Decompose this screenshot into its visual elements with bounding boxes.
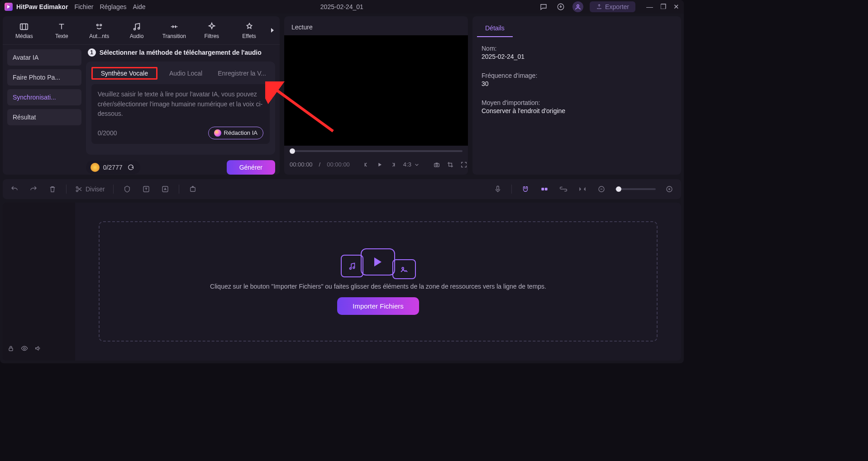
tooltab-more-icon[interactable] bbox=[268, 27, 277, 33]
dropzone-illustration bbox=[338, 248, 419, 276]
svg-rect-21 bbox=[9, 348, 13, 351]
step-heading: 1 Sélectionner la méthode de téléchargem… bbox=[86, 45, 275, 62]
tooltab-effects[interactable]: Effets bbox=[230, 22, 268, 39]
generate-button[interactable]: Générer bbox=[227, 160, 275, 175]
track-mute-icon[interactable] bbox=[34, 345, 42, 353]
export-clip-icon[interactable] bbox=[187, 184, 198, 195]
svg-point-10 bbox=[436, 164, 438, 166]
time-current: 00:00:00 bbox=[290, 161, 313, 168]
menu-settings[interactable]: Réglages bbox=[100, 3, 126, 10]
tooltab-audio[interactable]: Audio bbox=[118, 22, 156, 39]
window-maximize-icon[interactable]: ❐ bbox=[660, 3, 666, 11]
magnet-icon[interactable] bbox=[520, 184, 531, 195]
step-number: 1 bbox=[88, 48, 96, 57]
marker-icon[interactable] bbox=[122, 184, 133, 195]
subtab-enregistrer-voix[interactable]: Enregistrer la V... bbox=[214, 67, 270, 80]
autocut-icon[interactable] bbox=[539, 184, 550, 195]
preview-title: Lecture bbox=[284, 16, 468, 35]
account-icon[interactable] bbox=[572, 1, 583, 12]
svg-rect-18 bbox=[545, 188, 548, 190]
download-icon[interactable] bbox=[555, 1, 566, 12]
refresh-credits-button[interactable] bbox=[126, 162, 136, 172]
zoom-out-icon[interactable] bbox=[596, 184, 607, 195]
credit-counter: 0/2777 bbox=[86, 161, 141, 174]
text-tool-icon[interactable] bbox=[141, 184, 152, 195]
tool-tabs: Médias Texte Aut...nts Audio Transition … bbox=[3, 16, 280, 45]
subtab-audio-local[interactable]: Audio Local bbox=[166, 67, 206, 80]
timeline-dropzone[interactable]: Cliquez sur le bouton "Importer Fichiers… bbox=[99, 221, 658, 342]
zoom-slider[interactable] bbox=[615, 188, 656, 190]
scrub-bar[interactable] bbox=[284, 146, 468, 157]
svg-rect-17 bbox=[542, 188, 544, 190]
crop-icon[interactable] bbox=[447, 159, 454, 170]
tts-textarea[interactable]: Veuillez saisir le texte à lire pour l'a… bbox=[91, 84, 270, 144]
undo-icon[interactable] bbox=[9, 184, 20, 195]
menu-help[interactable]: Aide bbox=[133, 3, 146, 10]
window-close-icon[interactable]: ✕ bbox=[673, 3, 679, 11]
sidenav-synchronisation[interactable]: Synchronisati... bbox=[7, 89, 81, 105]
svg-rect-14 bbox=[162, 186, 168, 192]
side-nav: Avatar IA Faire Photo Pa... Synchronisat… bbox=[3, 45, 86, 175]
subtab-synthese-vocale[interactable]: Synthèse Vocale bbox=[91, 67, 157, 80]
tooltab-filters[interactable]: Filtres bbox=[193, 22, 230, 39]
svg-point-4 bbox=[100, 24, 102, 26]
dropzone-text: Cliquez sur le bouton "Importer Fichiers… bbox=[210, 283, 546, 290]
feedback-icon[interactable] bbox=[538, 1, 549, 12]
svg-point-3 bbox=[97, 24, 99, 26]
details-fps-value: 30 bbox=[482, 80, 672, 87]
credit-value: 0/2777 bbox=[103, 164, 123, 171]
app-logo-icon bbox=[5, 3, 13, 11]
step-text: Sélectionner la méthode de téléchargemen… bbox=[100, 49, 262, 56]
snapshot-icon[interactable] bbox=[433, 159, 440, 170]
sidenav-avatar-ia[interactable]: Avatar IA bbox=[7, 49, 81, 66]
voice-select[interactable]: Sélectionnez la voix d'Avatar bbox=[91, 150, 270, 155]
track-lock-icon[interactable] bbox=[7, 345, 14, 353]
ai-write-button[interactable]: Rédaction IA bbox=[208, 127, 263, 139]
tooltab-transition[interactable]: Transition bbox=[155, 22, 193, 39]
svg-point-22 bbox=[24, 347, 25, 349]
app-name: HitPaw Edimakor bbox=[16, 3, 68, 10]
tab-details[interactable]: Détails bbox=[477, 20, 513, 37]
svg-point-23 bbox=[349, 267, 351, 269]
svg-point-6 bbox=[138, 27, 140, 29]
export-button[interactable]: Exporter bbox=[590, 1, 635, 12]
redo-icon[interactable] bbox=[28, 184, 39, 195]
play-icon[interactable] bbox=[376, 159, 383, 170]
svg-rect-2 bbox=[20, 24, 28, 29]
track-visibility-icon[interactable] bbox=[21, 345, 28, 353]
details-name-value: 2025-02-24_01 bbox=[482, 53, 672, 60]
svg-rect-16 bbox=[497, 186, 499, 190]
tooltab-media[interactable]: Médias bbox=[5, 22, 43, 39]
image-icon bbox=[392, 259, 416, 279]
details-panel: Détails Nom:2025-02-24_01 Fréquence d'im… bbox=[472, 16, 681, 175]
zoom-in-icon[interactable] bbox=[664, 184, 675, 195]
window-minimize-icon[interactable]: — bbox=[646, 3, 653, 11]
details-fps-label: Fréquence d'image: bbox=[482, 72, 672, 79]
svg-point-5 bbox=[134, 28, 136, 30]
link-icon[interactable] bbox=[558, 184, 569, 195]
aspect-ratio-select[interactable]: 4:3 bbox=[403, 161, 420, 168]
delete-icon[interactable] bbox=[47, 184, 58, 195]
timeline-toolbar: Diviser bbox=[3, 179, 681, 199]
tts-placeholder: Veuillez saisir le texte à lire pour l'a… bbox=[98, 90, 263, 119]
menu-file[interactable]: Fichier bbox=[74, 3, 93, 10]
export-label: Exporter bbox=[605, 3, 629, 10]
sidenav-resultat[interactable]: Résultat bbox=[7, 109, 81, 125]
sidenav-faire-photo[interactable]: Faire Photo Pa... bbox=[7, 69, 81, 86]
next-frame-icon[interactable] bbox=[390, 159, 397, 170]
tooltab-stickers[interactable]: Aut...nts bbox=[81, 22, 118, 39]
scrub-track[interactable] bbox=[295, 150, 463, 152]
prev-frame-icon[interactable] bbox=[362, 159, 370, 170]
fullscreen-icon[interactable] bbox=[460, 159, 467, 170]
ai-tool-icon[interactable] bbox=[160, 184, 171, 195]
preview-screen[interactable] bbox=[284, 35, 468, 146]
svg-rect-15 bbox=[191, 187, 196, 191]
title-bar: HitPaw Edimakor Fichier Réglages Aide 20… bbox=[0, 0, 684, 14]
tooltab-text[interactable]: Texte bbox=[43, 22, 81, 39]
import-files-button[interactable]: Importer Fichiers bbox=[337, 297, 419, 315]
split-button[interactable]: Diviser bbox=[75, 185, 105, 193]
timeline-canvas[interactable]: Cliquez sur le bouton "Importer Fichiers… bbox=[75, 203, 681, 361]
fit-width-icon[interactable] bbox=[577, 184, 588, 195]
mic-icon[interactable] bbox=[492, 184, 503, 195]
scrub-knob[interactable] bbox=[290, 148, 295, 154]
